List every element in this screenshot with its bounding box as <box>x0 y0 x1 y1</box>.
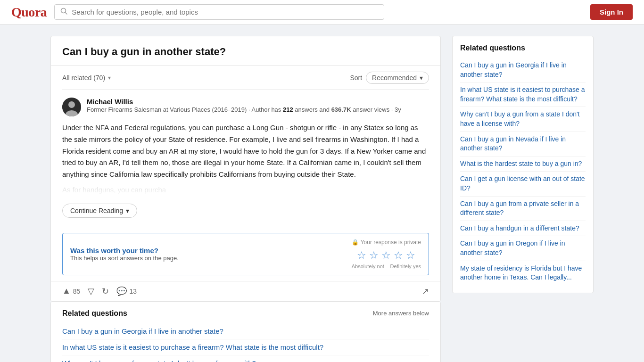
author-bio-suffix: answers and <box>295 106 330 113</box>
sort-dropdown[interactable]: Recommended ▾ <box>366 72 429 84</box>
related-header-main: Related questions More answers below <box>62 309 429 318</box>
sidebar-link-item[interactable]: Can I buy a gun from a private seller in… <box>460 197 586 221</box>
related-title-main: Related questions <box>62 309 127 318</box>
comment-button[interactable]: 💬 13 <box>116 286 137 296</box>
stars-labels: Absolutely not Definitely yes <box>352 263 421 269</box>
sidebar-link-item[interactable]: My state of residency is Florida but I h… <box>460 261 586 285</box>
sidebar-link-item[interactable]: Can I buy a gun in Nevada if I live in a… <box>460 132 586 156</box>
content-area: Can I buy a gun in another state? All re… <box>50 36 441 362</box>
comment-count: 13 <box>129 288 137 295</box>
refresh-icon: ↻ <box>102 286 109 296</box>
related-questions-main: Related questions More answers below Can… <box>50 302 441 362</box>
search-input[interactable] <box>72 8 378 16</box>
related-link-main-item[interactable]: Why can't I buy a gun from a state I don… <box>62 355 429 362</box>
author-info: Michael Willis Former Firearms Salesman … <box>87 98 429 114</box>
star-3[interactable]: ☆ <box>381 249 391 262</box>
sidebar-link-item[interactable]: Can I buy a handgun in a different state… <box>460 221 586 237</box>
comment-icon: 💬 <box>116 286 127 296</box>
sidebar-link-item[interactable]: Can I buy a gun in Oregon if I live in a… <box>460 236 586 261</box>
rating-question: Was this worth your time? <box>70 247 179 255</box>
sort-chevron-icon: ▾ <box>420 74 423 82</box>
downvote-icon: ▽ <box>88 286 94 296</box>
author-views: 636.7K <box>331 106 351 113</box>
chevron-down-icon: ▾ <box>126 207 129 214</box>
stars-row: ☆ ☆ ☆ ☆ ☆ <box>357 249 415 262</box>
quora-logo[interactable]: Quora <box>11 5 47 20</box>
question-card: Can I buy a gun in another state? All re… <box>50 36 441 302</box>
sidebar-title: Related questions <box>460 44 586 52</box>
lock-icon: 🔒 <box>352 239 359 246</box>
sidebar-link-item[interactable]: What is the hardest state to buy a gun i… <box>460 156 586 172</box>
rating-label-right: Definitely yes <box>390 263 421 269</box>
related-link-main-item[interactable]: In what US state is it easiest to purcha… <box>62 339 429 355</box>
all-related-label: All related (70) <box>62 74 105 82</box>
sort-label: Sort <box>350 74 362 82</box>
sidebar-card: Related questions Can I buy a gun in Geo… <box>452 36 594 293</box>
svg-point-3 <box>68 101 75 108</box>
answer-paragraph-2: As for handguns, you can purcha <box>62 184 429 196</box>
sign-in-button[interactable]: Sign In <box>590 4 633 20</box>
sidebar-link-item[interactable]: Why can't I buy a gun from a state I don… <box>460 107 586 132</box>
author-answer-count: 212 <box>283 106 293 113</box>
rating-private: 🔒 Your response is private <box>352 239 421 246</box>
share-button[interactable]: ↗ <box>422 286 429 296</box>
rating-box: Was this worth your time? This helps us … <box>62 233 429 275</box>
upvote-count: 85 <box>73 288 81 295</box>
answer-fade: Under the NFA and Federal regulations, y… <box>62 122 429 196</box>
continue-reading-button[interactable]: Continue Reading ▾ <box>62 204 137 218</box>
sidebar-links: Can I buy a gun in Georgia if I live in … <box>460 58 586 285</box>
svg-line-1 <box>66 13 67 15</box>
star-5[interactable]: ☆ <box>406 249 415 262</box>
related-links-main: Can I buy a gun in Georgia if I live in … <box>62 323 429 362</box>
all-related-filter[interactable]: All related (70) ▾ <box>62 74 111 82</box>
author-bio-text: Former Firearms Salesman at Various Plac… <box>87 106 281 113</box>
sidebar-link-item[interactable]: In what US state is it easiest to purcha… <box>460 82 586 107</box>
sort-value: Recommended <box>372 74 417 82</box>
more-answers-label: More answers below <box>373 310 429 317</box>
answers-filter-bar: All related (70) ▾ Sort Recommended ▾ <box>51 66 440 90</box>
sidebar-link-item[interactable]: Can I get a gun license with an out of s… <box>460 172 586 196</box>
answer-actions: ▲ 85 ▽ ↻ 💬 13 ↗ <box>51 281 440 301</box>
author-views-suffix: answer views · 3y <box>353 106 401 113</box>
share-icon: ↗ <box>422 286 429 296</box>
search-icon <box>60 8 68 16</box>
star-1[interactable]: ☆ <box>357 249 366 262</box>
upvote-button[interactable]: ▲ 85 <box>62 286 80 296</box>
rating-label-left: Absolutely not <box>352 263 384 269</box>
star-2[interactable]: ☆ <box>369 249 379 262</box>
search-bar <box>54 4 384 20</box>
answer-paragraph-1: Under the NFA and Federal regulations, y… <box>62 122 429 181</box>
upvote-icon: ▲ <box>62 286 71 296</box>
sidebar-link-item[interactable]: Can I buy a gun in Georgia if I live in … <box>460 58 586 82</box>
sort-area: Sort Recommended ▾ <box>350 72 429 84</box>
answer-text: Under the NFA and Federal regulations, y… <box>62 122 429 196</box>
avatar <box>62 98 81 116</box>
author-bio: Former Firearms Salesman at Various Plac… <box>87 106 429 114</box>
chevron-down-icon: ▾ <box>108 74 111 81</box>
related-link-main-item[interactable]: Can I buy a gun in Georgia if I live in … <box>62 323 429 339</box>
author-name[interactable]: Michael Willis <box>87 98 429 106</box>
sidebar: Related questions Can I buy a gun in Geo… <box>452 36 594 293</box>
refresh-button[interactable]: ↻ <box>102 286 109 296</box>
downvote-button[interactable]: ▽ <box>88 286 94 296</box>
rating-subtext: This helps us sort answers on the page. <box>70 255 179 262</box>
question-title: Can I buy a gun in another state? <box>62 46 429 58</box>
answer-block: Michael Willis Former Firearms Salesman … <box>62 90 429 301</box>
author-row: Michael Willis Former Firearms Salesman … <box>62 98 429 116</box>
star-4[interactable]: ☆ <box>394 249 403 262</box>
